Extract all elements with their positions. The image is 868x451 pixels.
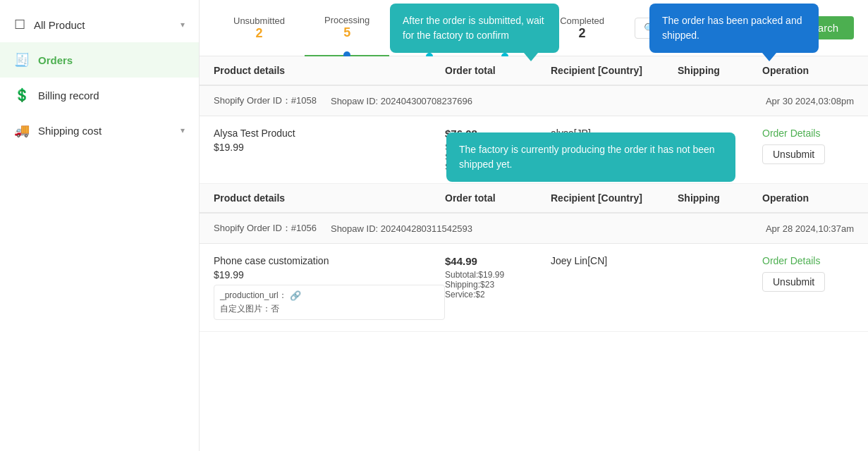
operations-1056: Order Details Unsubmit: [762, 255, 854, 292]
sidebar-item-orders[interactable]: 🧾 Orders: [0, 42, 199, 78]
sidebar: ☐ All Product ▾ 🧾 Orders 💲 Billing recor…: [0, 0, 200, 451]
tab-processing[interactable]: Processing 5: [305, 0, 389, 56]
sidebar-item-label-all-product: All Product: [34, 19, 172, 31]
product-price-1058: $19.99: [214, 142, 445, 153]
recipient-1056: Joey Lin[CN]: [551, 255, 678, 266]
tab-count-unsubmitted: 2: [255, 26, 262, 41]
order-date-1058: Apr 30 2024,03:08pm: [766, 96, 854, 106]
col2-recipient: Recipient [Country]: [551, 192, 678, 204]
tooltip-processing: After the order is submitted, wait for t…: [390, 4, 559, 53]
shopify-order-id-1058: Shopify Order ID：#1058: [214, 94, 317, 107]
operations-1058: Order Details Unsubmit: [762, 128, 854, 164]
sidebar-item-shipping-cost[interactable]: 🚚 Shipping cost ▾: [0, 113, 199, 148]
tab-label-unsubmitted: Unsubmitted: [233, 16, 285, 26]
sidebar-item-billing-record[interactable]: 💲 Billing record: [0, 78, 199, 113]
col2-shipping: Shipping: [678, 192, 762, 204]
sidebar-item-label-orders: Orders: [38, 54, 185, 66]
order-total-1056: $44.99 Subtotal:$19.99 Shipping:$23 Serv…: [445, 255, 551, 299]
col-order-total: Order total: [445, 65, 551, 76]
chevron-down-icon: ▾: [181, 125, 185, 135]
product-name-1058: Alysa Test Product: [214, 128, 445, 139]
shopaw-order-id-1058: Shopaw ID: 202404300708237696: [331, 96, 472, 106]
table-header-row2: Product details Order total Recipient [C…: [200, 184, 868, 213]
tab-unsubmitted[interactable]: Unsubmitted 2: [214, 0, 305, 56]
col-shipping: Shipping: [678, 65, 762, 76]
col-operation: Operation: [762, 65, 854, 76]
col2-product-details: Product details: [214, 192, 445, 204]
tab-label-completed: Completed: [560, 16, 604, 26]
order-date-1056: Apr 28 2024,10:37am: [766, 223, 854, 234]
shopaw-order-id-1056: Shopaw ID: 202404280311542593: [331, 223, 472, 234]
order-total-sub-1056: Subtotal:$19.99 Shipping:$23 Service:$2: [445, 270, 551, 299]
sidebar-item-label-shipping: Shipping cost: [38, 125, 172, 137]
sidebar-item-all-product[interactable]: ☐ All Product ▾: [0, 7, 199, 42]
order-total-main-1056: $44.99: [445, 255, 551, 267]
production-url-box: _production_url： 🔗 自定义图片：否: [214, 285, 445, 320]
col2-operation: Operation: [762, 192, 854, 204]
product-details-1056: Phone case customization $19.99 _product…: [214, 255, 445, 320]
tab-count-completed: 2: [579, 26, 586, 41]
col2-order-total: Order total: [445, 192, 551, 204]
order-row-header-1058: Shopify Order ID：#1058 Shopaw ID: 202404…: [200, 85, 868, 116]
product-details-1058: Alysa Test Product $19.99: [214, 128, 445, 153]
table-area: Product details Order total Recipient [C…: [200, 56, 868, 451]
product-name-1056: Phone case customization: [214, 255, 445, 266]
table-row: Phone case customization $19.99 _product…: [200, 244, 868, 332]
tooltip-shipped: The order has been packed and shipped.: [649, 4, 819, 53]
shopify-order-id-1056: Shopify Order ID：#1056: [214, 222, 317, 235]
order-details-link-1058[interactable]: Order Details: [762, 128, 820, 139]
product-icon: ☐: [14, 17, 25, 32]
order-row-header-1056: Shopify Order ID：#1056 Shopaw ID: 202404…: [200, 213, 868, 244]
col-recipient: Recipient [Country]: [551, 65, 678, 76]
billing-icon: 💲: [14, 87, 30, 103]
unsubmit-button-1058[interactable]: Unsubmit: [762, 144, 825, 164]
tab-count-processing: 5: [343, 25, 350, 40]
order-details-link-1056[interactable]: Order Details: [762, 255, 820, 266]
shipping-icon: 🚚: [14, 123, 30, 138]
tooltip-producing: The factory is currently producing the o…: [446, 132, 735, 182]
tab-label-processing: Processing: [324, 15, 369, 25]
sidebar-item-label-billing: Billing record: [38, 89, 185, 101]
chevron-down-icon: ▾: [181, 20, 185, 30]
col-product-details: Product details: [214, 65, 445, 76]
production-url-label: _production_url：: [220, 290, 287, 302]
unsubmit-button-1056[interactable]: Unsubmit: [762, 272, 825, 292]
link-icon[interactable]: 🔗: [290, 290, 301, 301]
main-content: After the order is submitted, wait for t…: [200, 0, 868, 451]
custom-img-label: 自定义图片：否: [220, 303, 439, 315]
orders-icon: 🧾: [14, 52, 30, 68]
product-price-1056: $19.99: [214, 269, 445, 280]
